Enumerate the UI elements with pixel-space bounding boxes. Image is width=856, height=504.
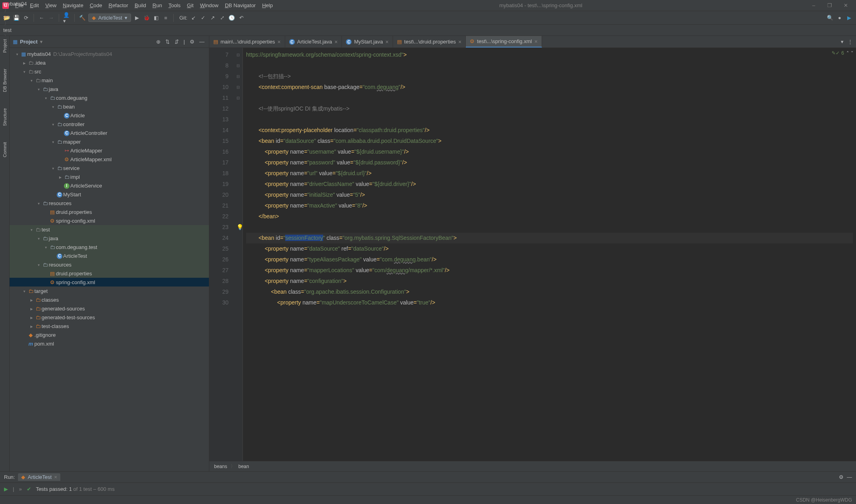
expand-all-icon[interactable]: ⇅ <box>164 39 171 45</box>
tree-item-mystart[interactable]: CMyStart <box>10 190 209 199</box>
tree-item-service[interactable]: 🗀service <box>10 164 209 172</box>
expand-arrow-icon[interactable] <box>29 315 34 320</box>
code-line[interactable]: 💡 <box>246 222 853 233</box>
chevron-down-icon[interactable]: ▾ <box>40 39 43 45</box>
tree-item-impl[interactable]: 🗀impl <box>10 172 209 181</box>
lightbulb-icon[interactable]: 💡 <box>243 222 243 233</box>
search-icon[interactable]: 🔍 <box>826 14 834 22</box>
fold-marker[interactable]: ⊟ <box>233 49 242 60</box>
code-line[interactable]: <context:component-scan base-package="co… <box>246 82 853 93</box>
maximize-button[interactable]: ❐ <box>822 2 838 8</box>
expand-arrow-icon[interactable] <box>36 263 42 267</box>
stop-icon[interactable]: ■ <box>162 14 169 22</box>
line-number[interactable]: 26 <box>211 254 228 265</box>
code-line[interactable]: <property name="typeAliasesPackage" valu… <box>246 254 853 265</box>
tree-item-spring-config-xml[interactable]: ⚙spring-config.xml <box>10 278 209 287</box>
tree-item-articletest[interactable]: CArticleTest <box>10 251 209 260</box>
expand-arrow-icon[interactable] <box>50 105 56 109</box>
expand-arrow-icon[interactable] <box>29 78 34 83</box>
tree-item-spring-config-xml[interactable]: ⚙spring-config.xml <box>10 216 209 225</box>
collapse-all-icon[interactable]: ⇵ <box>173 39 180 45</box>
line-number[interactable]: 27 <box>211 265 228 276</box>
expand-arrow-icon[interactable] <box>58 175 63 179</box>
gear-icon[interactable]: ⚙ <box>189 39 196 45</box>
close-tab-icon[interactable]: × <box>334 39 338 45</box>
rerun-icon[interactable]: ▶ <box>4 486 8 492</box>
line-number[interactable]: 8 <box>211 60 228 71</box>
expand-arrow-icon[interactable] <box>36 87 42 91</box>
menu-build[interactable]: Build <box>131 2 149 8</box>
chevron-down-icon[interactable]: ▾ <box>841 39 844 45</box>
tree-item-pom-xml[interactable]: mpom.xml <box>10 339 209 348</box>
expand-arrow-icon[interactable] <box>50 166 56 170</box>
breadcrumb-item[interactable]: test <box>3 27 50 33</box>
expand-arrow-icon[interactable] <box>29 227 34 232</box>
close-tab-icon[interactable]: × <box>534 38 538 45</box>
tree-item-generated-test-sources[interactable]: 🗀generated-test-sources <box>10 313 209 322</box>
tree-item-main[interactable]: 🗀main <box>10 76 209 85</box>
git-clock-icon[interactable]: 🕓 <box>228 14 235 22</box>
expand-arrow-icon[interactable] <box>50 122 56 126</box>
ide-updates-icon[interactable]: ● <box>836 14 843 22</box>
expand-arrow-icon[interactable] <box>22 61 27 65</box>
expand-arrow-icon[interactable] <box>22 69 27 74</box>
line-number[interactable]: 23 <box>211 222 228 233</box>
editor-tab[interactable]: ▤test\...\druid.properties× <box>393 36 466 47</box>
expand-arrow-icon[interactable] <box>14 52 20 56</box>
expand-arrow-icon[interactable] <box>29 298 34 302</box>
run-config-tab[interactable]: ◆ ArticleTest × <box>18 473 60 481</box>
editor-tab[interactable]: CMyStart.java× <box>342 36 393 47</box>
menu-window[interactable]: Window <box>197 2 222 8</box>
line-number[interactable]: 11 <box>211 93 228 103</box>
select-opened-file-icon[interactable]: ⊕ <box>155 39 162 45</box>
menu-help[interactable]: Help <box>259 2 276 8</box>
code-line[interactable]: <bean id="sessionFactory" class="org.myb… <box>246 233 853 243</box>
tree-item-articlecontroller[interactable]: CArticleController <box>10 128 209 137</box>
more-icon[interactable]: ⋮ <box>848 39 853 45</box>
line-number[interactable]: 19 <box>211 179 228 190</box>
menu-navigate[interactable]: Navigate <box>60 2 86 8</box>
tree-item-com-deguang[interactable]: 🗀com.deguang <box>10 93 209 102</box>
expand-arrow-icon[interactable] <box>43 245 49 249</box>
tree-item-articleservice[interactable]: IArticleService <box>10 181 209 190</box>
hide-panel-icon[interactable]: — <box>198 39 206 45</box>
rail-commit[interactable]: Commit <box>2 142 7 157</box>
line-number-gutter[interactable]: 7891011121314151617181920212223242526272… <box>209 48 233 461</box>
git-update-icon[interactable]: ↙ <box>190 14 197 22</box>
tree-item-generated-sources[interactable]: 🗀generated-sources <box>10 304 209 313</box>
editor-tab[interactable]: ▤main\...\druid.properties× <box>209 36 285 47</box>
line-number[interactable]: 22 <box>211 211 228 222</box>
editor-tab[interactable]: CArticleTest.java× <box>285 36 342 47</box>
code-editor[interactable]: https://springframework.org/schema/conte… <box>243 48 856 461</box>
line-number[interactable]: 18 <box>211 168 228 179</box>
close-window-button[interactable]: ✕ <box>838 2 854 8</box>
code-line[interactable]: <property name="configuration"> <box>246 276 853 287</box>
menu-git[interactable]: Git <box>184 2 197 8</box>
line-number[interactable]: 20 <box>211 190 228 200</box>
line-number[interactable]: 17 <box>211 157 228 168</box>
project-tree[interactable]: ▦mybatis04D:\JavaProject\mybatis04🗀.idea… <box>10 48 209 471</box>
expand-arrow-icon[interactable] <box>36 236 42 241</box>
expand-arrow-icon[interactable] <box>29 324 34 328</box>
rail-db-browser[interactable]: DB Browser <box>2 69 7 92</box>
menu-code[interactable]: Code <box>87 2 105 8</box>
run-config-selector[interactable]: ◆ ArticleTest ▾ <box>88 14 131 22</box>
rail-project[interactable]: Project <box>2 39 7 53</box>
line-number[interactable]: 25 <box>211 243 228 254</box>
code-line[interactable]: <property name="username" value="${druid… <box>246 146 853 157</box>
tree-item-test[interactable]: 🗀test <box>10 225 209 234</box>
debug-icon[interactable]: 🐞 <box>143 14 150 22</box>
close-tab-icon[interactable]: × <box>385 39 389 45</box>
code-line[interactable]: <property name="initialSize" value="5"/> <box>246 190 853 200</box>
code-line[interactable]: <bean id="dataSource" class="com.alibaba… <box>246 136 853 146</box>
code-line[interactable]: <property name="url" value="${druid.url}… <box>246 168 853 179</box>
code-line[interactable]: https://springframework.org/schema/conte… <box>246 49 853 60</box>
tree-item-mapper[interactable]: 🗀mapper <box>10 137 209 146</box>
tree-item-druid-properties[interactable]: ▤druid.properties <box>10 269 209 278</box>
tree-item-controller[interactable]: 🗀controller <box>10 120 209 128</box>
chevron-down-icon[interactable]: ˅ <box>851 50 854 56</box>
tree-item-articlemapper[interactable]: ↦ArticleMapper <box>10 146 209 155</box>
menu-refactor[interactable]: Refactor <box>105 2 131 8</box>
expand-icon[interactable]: » <box>19 486 22 492</box>
fold-marker[interactable]: ⊟ <box>233 82 242 93</box>
